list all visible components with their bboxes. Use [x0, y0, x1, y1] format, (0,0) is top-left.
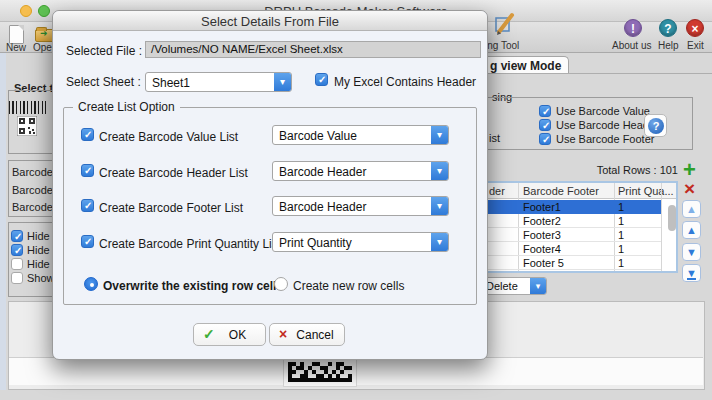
- hide-checkbox-label: Hide: [27, 230, 50, 242]
- create-header-list-label: Create Barcode Header List: [99, 166, 248, 180]
- use-barcode-value-checkbox[interactable]: [539, 105, 551, 117]
- excel-header-checkbox[interactable]: [315, 73, 328, 86]
- design-area-label-strip: [9, 357, 703, 385]
- barcode-row-label: Barcode: [12, 184, 53, 196]
- delete-row-icon[interactable]: ×: [684, 178, 695, 200]
- show-checkbox-label: Show: [27, 272, 55, 284]
- chevron-down-icon[interactable]: ▾: [431, 126, 448, 144]
- footer-list-dropdown[interactable]: Barcode Header ▾: [272, 196, 449, 216]
- barcode-data-table[interactable]: der Barcode Footer Print Qua... Footer1 …: [483, 181, 678, 273]
- show-checkbox[interactable]: [11, 272, 23, 284]
- sheet-dropdown[interactable]: Sheet1 ▾: [145, 72, 292, 92]
- use-barcode-value-label: Use Barcode Value: [556, 105, 650, 117]
- about-us-icon[interactable]: !: [624, 19, 642, 37]
- ok-button[interactable]: ✓ OK: [193, 323, 266, 346]
- overwrite-rows-radio[interactable]: [84, 277, 98, 291]
- create-footer-list-label: Create Barcode Footer List: [99, 201, 243, 215]
- qr-code-icon[interactable]: [17, 116, 37, 140]
- use-barcode-footer-checkbox[interactable]: [539, 133, 551, 145]
- create-new-rows-label: Create new row cells: [293, 279, 404, 293]
- table-row[interactable]: Footer2 1: [485, 214, 661, 228]
- datamatrix-barcode: [284, 360, 356, 386]
- designing-tool-label[interactable]: ing Tool: [485, 40, 519, 51]
- create-header-list-checkbox[interactable]: [81, 164, 94, 177]
- create-value-list-checkbox[interactable]: [81, 128, 94, 141]
- barcode-row-label: Barcode: [12, 166, 53, 178]
- use-barcode-header-checkbox[interactable]: [539, 119, 551, 131]
- linear-barcode-icon[interactable]: [9, 101, 46, 114]
- window-edge-strip: [0, 53, 6, 390]
- hide-checkbox-label: Hide: [27, 244, 50, 256]
- selected-file-label: Selected File :: [66, 44, 142, 58]
- table-row[interactable]: Footer4 1: [485, 242, 661, 256]
- create-footer-list-checkbox[interactable]: [81, 199, 94, 212]
- header-list-dropdown[interactable]: Barcode Header ▾: [272, 161, 449, 181]
- create-list-option-title: Create List Option: [73, 100, 180, 114]
- column-header: Barcode Footer: [523, 185, 599, 197]
- move-top-icon[interactable]: ▲: [682, 200, 701, 218]
- column-header: Print Qua...: [618, 185, 674, 197]
- create-print-quantity-list-label: Create Barcode Print Quantity List: [99, 237, 281, 251]
- print-quantity-dropdown[interactable]: Print Quantity ▾: [272, 232, 449, 252]
- help-label[interactable]: Help: [658, 40, 679, 51]
- view-mode-tab[interactable]: g view Mode: [480, 56, 569, 74]
- chevron-down-icon[interactable]: ▾: [431, 197, 448, 215]
- chevron-down-icon[interactable]: ▾: [530, 278, 546, 294]
- selected-file-field: /Volumes/NO NAME/Excel Sheet.xlsx: [145, 41, 481, 58]
- question-help-button[interactable]: ?: [644, 114, 667, 137]
- cancel-button[interactable]: × Cancel: [269, 323, 345, 346]
- open-button-label[interactable]: Ope: [33, 42, 52, 53]
- designing-tool-icon[interactable]: [494, 12, 516, 36]
- table-scrollbar[interactable]: [668, 205, 676, 231]
- create-print-quantity-list-checkbox[interactable]: [81, 235, 94, 248]
- chevron-down-icon[interactable]: ▾: [431, 162, 448, 180]
- chevron-down-icon[interactable]: ▾: [431, 233, 448, 251]
- excel-header-checkbox-label: My Excel Contains Header: [334, 75, 476, 89]
- new-button-label[interactable]: New: [6, 42, 26, 53]
- total-rows-label: Total Rows : 101: [560, 164, 678, 176]
- hide-checkbox[interactable]: [11, 230, 23, 242]
- table-row[interactable]: Footer 5 1: [485, 256, 661, 270]
- move-up-icon[interactable]: ▲: [682, 221, 701, 239]
- value-list-dropdown[interactable]: Barcode Value ▾: [272, 125, 449, 145]
- barcode-row-label: Barcode: [12, 201, 53, 213]
- panel-divider: [480, 73, 712, 74]
- hide-checkbox[interactable]: [11, 244, 23, 256]
- hide-checkbox[interactable]: [11, 258, 23, 270]
- exit-label[interactable]: Exit: [687, 40, 704, 51]
- table-row[interactable]: Footer3 1: [485, 228, 661, 242]
- delete-dropdown[interactable]: Delete ▾: [479, 277, 547, 295]
- move-down-icon[interactable]: ▼: [682, 243, 701, 261]
- dialog-title[interactable]: Select Details From File: [53, 11, 487, 31]
- list-label-fragment: ist: [489, 132, 500, 144]
- column-header: der: [489, 185, 505, 197]
- chevron-down-icon[interactable]: ▾: [274, 73, 291, 91]
- create-new-rows-radio[interactable]: [274, 277, 288, 291]
- select-sheet-label: Select Sheet :: [66, 75, 141, 89]
- use-barcode-footer-label: Use Barcode Footer: [556, 133, 654, 145]
- table-row[interactable]: Footer1 1: [485, 200, 661, 214]
- create-value-list-label: Create Barcode Value List: [99, 130, 238, 144]
- hide-checkbox-label: Hide: [27, 258, 50, 270]
- overwrite-rows-label: Overwrite the existing row cells: [103, 279, 283, 293]
- move-bottom-icon[interactable]: ▼: [682, 264, 701, 282]
- exit-icon[interactable]: ×: [686, 19, 704, 37]
- table-header-row: der Barcode Footer Print Qua...: [485, 183, 676, 199]
- about-us-label[interactable]: About us: [612, 40, 651, 51]
- select-details-dialog: Select Details From File Selected File :…: [52, 10, 488, 360]
- help-icon[interactable]: ?: [659, 19, 677, 37]
